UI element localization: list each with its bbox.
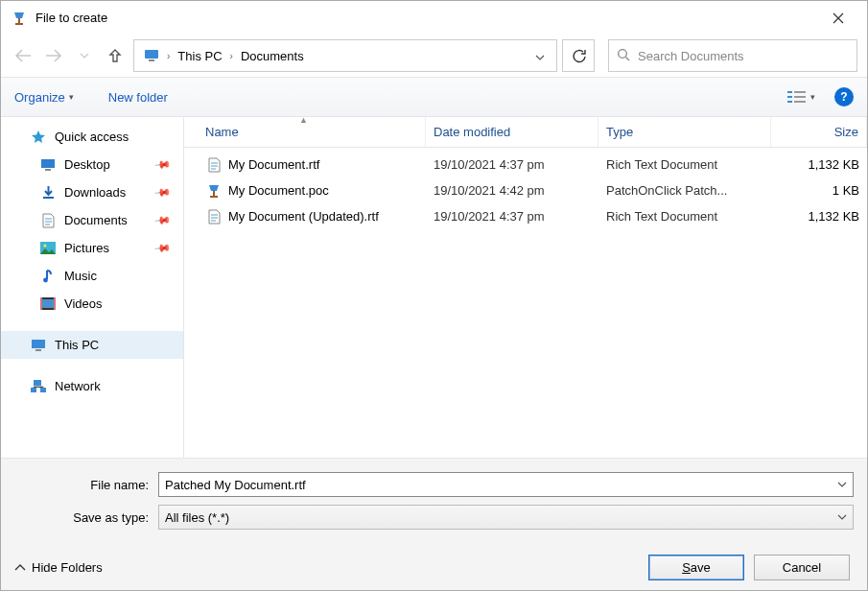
saveastype-select[interactable]: All files (*.*) bbox=[158, 505, 854, 530]
organize-button[interactable]: Organize ▾ bbox=[14, 90, 74, 105]
search-input[interactable]: Search Documents bbox=[608, 39, 857, 72]
sidebar-label: Desktop bbox=[64, 157, 110, 172]
sidebar-label: Downloads bbox=[64, 185, 126, 200]
sidebar-item-thispc[interactable]: This PC bbox=[1, 331, 183, 359]
desktop-icon bbox=[39, 156, 57, 174]
svg-rect-10 bbox=[794, 101, 806, 103]
svg-rect-1 bbox=[15, 23, 23, 25]
sidebar-label: Network bbox=[55, 379, 101, 393]
svg-rect-19 bbox=[40, 297, 42, 310]
filename-label: File name: bbox=[14, 478, 158, 492]
sidebar-label: Videos bbox=[64, 296, 103, 311]
svg-rect-6 bbox=[787, 96, 792, 98]
sidebar-item-documents[interactable]: Documents 📌 bbox=[1, 206, 183, 234]
videos-icon bbox=[39, 296, 57, 313]
chevron-down-icon[interactable] bbox=[837, 480, 847, 489]
svg-rect-8 bbox=[794, 91, 806, 93]
sidebar: Quick access Desktop 📌 Downloads 📌 Docum… bbox=[1, 117, 184, 458]
svg-rect-18 bbox=[42, 299, 54, 308]
file-row[interactable]: My Document (Updated).rtf19/10/2021 4:37… bbox=[184, 203, 867, 229]
star-icon bbox=[30, 129, 47, 146]
document-icon bbox=[39, 212, 57, 229]
recent-dropdown[interactable] bbox=[72, 43, 97, 68]
app-icon bbox=[11, 10, 28, 27]
svg-rect-26 bbox=[213, 191, 215, 196]
address-dropdown[interactable] bbox=[529, 49, 551, 63]
sidebar-label: Documents bbox=[64, 213, 128, 227]
svg-rect-9 bbox=[794, 96, 806, 98]
column-headers: ▲ Name Date modified Type Size bbox=[184, 117, 867, 148]
file-size: 1,132 KB bbox=[771, 157, 867, 172]
col-date[interactable]: Date modified bbox=[426, 117, 598, 147]
pin-icon: 📌 bbox=[153, 211, 172, 229]
window-title: File to create bbox=[35, 11, 819, 25]
details-view-icon bbox=[787, 90, 807, 104]
svg-rect-2 bbox=[145, 50, 158, 59]
file-size: 1 KB bbox=[771, 183, 867, 198]
pin-icon: 📌 bbox=[153, 183, 172, 201]
sidebar-label: Music bbox=[64, 269, 97, 283]
close-button[interactable] bbox=[819, 4, 857, 33]
filename-value: Patched My Document.rtf bbox=[165, 478, 306, 492]
chevron-right-icon[interactable]: › bbox=[163, 51, 174, 61]
svg-point-4 bbox=[619, 49, 627, 58]
svg-point-15 bbox=[43, 244, 46, 247]
svg-rect-11 bbox=[41, 159, 55, 168]
col-type[interactable]: Type bbox=[598, 117, 771, 147]
sidebar-item-desktop[interactable]: Desktop 📌 bbox=[1, 151, 183, 178]
music-icon bbox=[39, 268, 57, 285]
sidebar-item-network[interactable]: Network bbox=[1, 372, 183, 400]
file-name: My Document.poc bbox=[228, 183, 329, 198]
svg-rect-13 bbox=[43, 197, 54, 199]
breadcrumb-documents[interactable]: Documents bbox=[237, 40, 308, 71]
file-icon bbox=[205, 182, 223, 200]
svg-rect-5 bbox=[787, 91, 792, 93]
hide-folders-button[interactable]: Hide Folders bbox=[14, 560, 103, 575]
view-button[interactable]: ▾ bbox=[787, 90, 815, 104]
saveastype-value: All files (*.*) bbox=[165, 510, 229, 525]
back-button[interactable] bbox=[11, 43, 35, 68]
chevron-down-icon[interactable] bbox=[837, 512, 847, 522]
search-icon bbox=[617, 48, 630, 64]
breadcrumb-thispc[interactable]: This PC bbox=[174, 40, 225, 71]
pin-icon: 📌 bbox=[153, 155, 172, 174]
sidebar-label: Pictures bbox=[64, 241, 109, 255]
file-row[interactable]: My Document.poc19/10/2021 4:42 pmPatchOn… bbox=[184, 177, 867, 203]
sort-indicator-icon: ▲ bbox=[299, 115, 308, 125]
file-name: My Document (Updated).rtf bbox=[228, 209, 379, 224]
file-row[interactable]: My Document.rtf19/10/2021 4:37 pmRich Te… bbox=[184, 152, 867, 177]
pc-icon bbox=[30, 337, 47, 354]
sidebar-label: Quick access bbox=[55, 130, 129, 144]
file-type: Rich Text Document bbox=[598, 209, 771, 224]
chevron-down-icon: ▾ bbox=[69, 92, 74, 102]
pin-icon: 📌 bbox=[153, 239, 172, 257]
sidebar-item-pictures[interactable]: Pictures 📌 bbox=[1, 234, 183, 262]
up-button[interactable] bbox=[103, 43, 128, 68]
nav-row: › This PC › Documents Search Documents bbox=[1, 35, 867, 77]
svg-rect-24 bbox=[31, 388, 36, 392]
svg-rect-7 bbox=[787, 101, 792, 103]
forward-button[interactable] bbox=[41, 43, 66, 68]
sidebar-item-music[interactable]: Music bbox=[1, 262, 183, 290]
saveastype-label: Save as type: bbox=[14, 510, 158, 525]
address-bar[interactable]: › This PC › Documents bbox=[133, 39, 557, 72]
help-button[interactable]: ? bbox=[834, 87, 854, 106]
svg-rect-23 bbox=[34, 380, 41, 386]
sidebar-item-downloads[interactable]: Downloads 📌 bbox=[1, 178, 183, 206]
sidebar-item-quickaccess[interactable]: Quick access bbox=[1, 123, 183, 151]
file-type: Rich Text Document bbox=[598, 157, 771, 172]
file-icon bbox=[205, 156, 223, 174]
col-name[interactable]: Name bbox=[198, 117, 426, 147]
new-folder-button[interactable]: New folder bbox=[108, 90, 168, 105]
pictures-icon bbox=[39, 240, 57, 257]
chevron-right-icon[interactable]: › bbox=[226, 51, 237, 61]
refresh-button[interactable] bbox=[562, 39, 595, 72]
file-type: PatchOnClick Patch... bbox=[598, 183, 771, 198]
col-size[interactable]: Size bbox=[771, 117, 867, 147]
sidebar-item-videos[interactable]: Videos bbox=[1, 290, 183, 318]
download-icon bbox=[39, 184, 57, 201]
file-date: 19/10/2021 4:37 pm bbox=[426, 209, 598, 224]
save-button[interactable]: Save bbox=[648, 555, 744, 580]
filename-input[interactable]: Patched My Document.rtf bbox=[158, 472, 854, 497]
cancel-button[interactable]: Cancel bbox=[754, 555, 850, 580]
